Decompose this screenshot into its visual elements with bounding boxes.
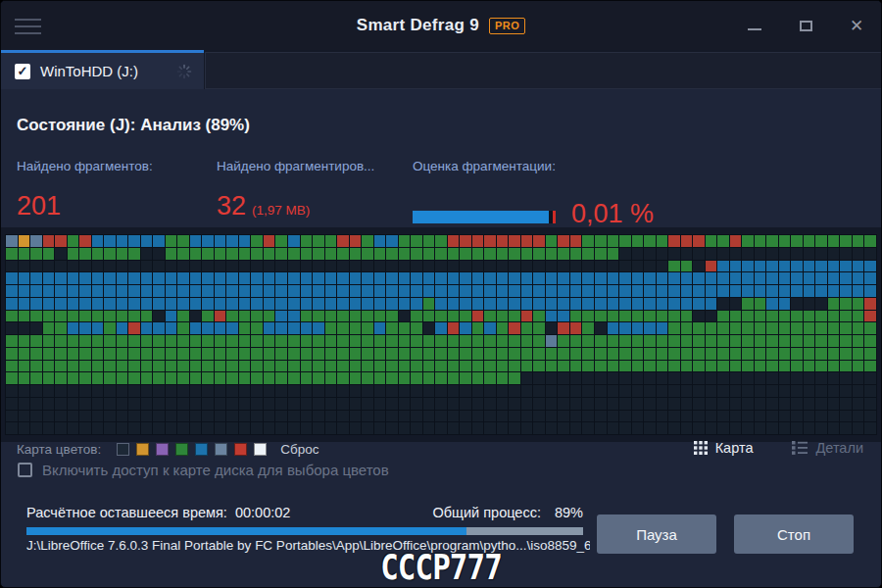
- disk-block: [55, 398, 67, 410]
- tab-wintohdd[interactable]: ✓ WinToHDD (J:): [1, 50, 204, 89]
- disk-block: [92, 361, 104, 372]
- disk-block: [435, 285, 447, 297]
- disk-block: [558, 285, 569, 297]
- color-swatch-slate[interactable]: [215, 443, 227, 456]
- disk-block: [288, 411, 300, 422]
- reset-colors-button[interactable]: Сброс: [280, 442, 318, 457]
- disk-block: [472, 322, 484, 334]
- color-swatch-empty[interactable]: [117, 443, 129, 456]
- color-swatch-green[interactable]: [175, 443, 188, 456]
- disk-block: [608, 398, 619, 410]
- disk-block: [448, 385, 460, 397]
- disk-block: [43, 411, 55, 422]
- disk-block: [717, 248, 729, 260]
- disk-block: [19, 298, 30, 310]
- disk-block: [374, 372, 386, 384]
- disk-block: [706, 372, 717, 384]
- disk-block: [657, 272, 668, 284]
- disk-block: [521, 335, 533, 347]
- disk-block: [766, 385, 778, 397]
- disk-block: [582, 285, 594, 297]
- disk-block: [6, 272, 18, 284]
- stop-button[interactable]: Стоп: [734, 514, 854, 554]
- disk-block: [68, 335, 79, 347]
- disk-block: [313, 398, 324, 410]
- disk-block: [104, 361, 116, 372]
- disk-block: [828, 422, 840, 434]
- disk-block: [251, 322, 263, 334]
- disk-block: [19, 235, 30, 247]
- disk-block: [166, 385, 177, 397]
- disk-block: [337, 411, 349, 422]
- disk-block: [828, 248, 840, 260]
- disk-block: [166, 361, 177, 372]
- disk-block: [30, 322, 42, 334]
- disk-block: [374, 311, 386, 322]
- disk-block: [313, 248, 324, 260]
- disk-block: [92, 322, 104, 334]
- disk-block: [681, 411, 693, 422]
- disk-block: [619, 272, 631, 284]
- disk-block: [632, 422, 644, 434]
- disk-block: [828, 385, 840, 397]
- disk-block: [128, 298, 140, 310]
- stat-fragments-label: Найдено фрагментов:: [17, 159, 153, 173]
- disk-block: [325, 322, 337, 334]
- color-access-checkbox[interactable]: [18, 463, 32, 477]
- disk-block: [864, 298, 876, 310]
- drive-checkbox[interactable]: ✓: [15, 64, 30, 79]
- disk-block: [521, 285, 533, 297]
- disk-block: [202, 298, 214, 310]
- color-swatch-purple[interactable]: [156, 443, 169, 456]
- disk-block: [558, 372, 569, 384]
- disk-block: [202, 311, 214, 322]
- disk-block: [608, 298, 619, 310]
- disk-block: [730, 398, 742, 410]
- disk-block: [864, 335, 876, 347]
- disk-block: [79, 272, 91, 284]
- disk-block: [6, 398, 18, 410]
- disk-block: [864, 311, 876, 322]
- minimize-button[interactable]: [744, 15, 765, 36]
- disk-block: [128, 348, 140, 360]
- color-swatch-red[interactable]: [234, 443, 247, 456]
- disk-block: [472, 422, 484, 434]
- disk-block: [730, 261, 742, 272]
- maximize-button[interactable]: [795, 15, 816, 36]
- disk-block: [668, 348, 680, 360]
- menu-icon[interactable]: [15, 19, 41, 39]
- close-button[interactable]: ✕: [846, 15, 867, 36]
- disk-block: [79, 285, 91, 297]
- disk-block: [595, 348, 607, 360]
- disk-block: [497, 311, 509, 322]
- disk-block: [706, 235, 717, 247]
- color-swatch-white[interactable]: [254, 443, 267, 456]
- disk-block: [275, 385, 287, 397]
- disk-block: [779, 261, 791, 272]
- disk-block: [301, 272, 313, 284]
- disk-block: [472, 335, 484, 347]
- disk-block: [153, 285, 165, 297]
- disk-block: [288, 361, 300, 372]
- disk-block: [202, 272, 214, 284]
- disk-block: [546, 411, 558, 422]
- disk-block: [693, 235, 705, 247]
- disk-block: [411, 322, 422, 334]
- disk-block: [509, 322, 520, 334]
- color-swatch-blue[interactable]: [195, 443, 208, 456]
- disk-block: [619, 422, 631, 434]
- color-swatch-orange[interactable]: [136, 443, 149, 456]
- disk-block: [226, 322, 238, 334]
- disk-block: [570, 398, 582, 410]
- disk-block: [374, 422, 386, 434]
- disk-block: [301, 261, 313, 272]
- view-details-toggle[interactable]: Детали: [792, 440, 863, 456]
- disk-block: [374, 248, 386, 260]
- disk-block: [582, 411, 594, 422]
- pause-button[interactable]: Пауза: [597, 514, 716, 554]
- disk-block: [350, 422, 362, 434]
- disk-block: [595, 235, 607, 247]
- view-map-toggle[interactable]: Карта: [694, 440, 754, 456]
- disk-block: [411, 361, 422, 372]
- disk-block: [6, 361, 18, 372]
